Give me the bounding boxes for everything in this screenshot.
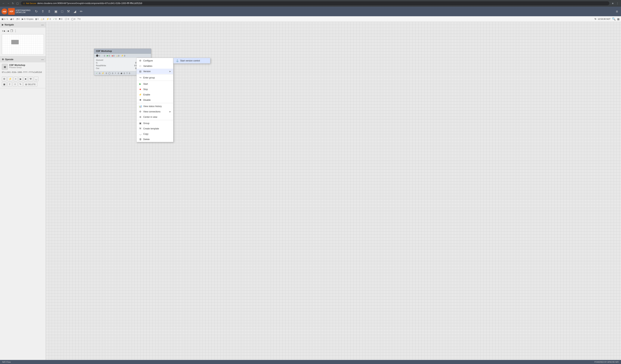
- io-icon: ▶: [22, 18, 23, 20]
- context-menu-copy[interactable]: ◡ Copy: [137, 131, 173, 137]
- stop-action-button[interactable]: ■: [24, 77, 28, 81]
- ok-check-icon: ✓: [96, 72, 98, 74]
- forward-button[interactable]: →: [6, 1, 10, 5]
- toolbar-btn-remote-group[interactable]: □: [60, 8, 65, 15]
- fit-button[interactable]: ❐: [10, 29, 13, 33]
- configure-action-button[interactable]: ⚙: [2, 77, 7, 81]
- context-menu-variables[interactable]: □ Variables: [137, 63, 173, 69]
- navigate-section: ▶ Navigate — +● -● ❐ ⋮: [0, 22, 46, 57]
- grid-button[interactable]: ▦: [617, 17, 620, 20]
- toolbar-btn-download[interactable]: ⇯: [46, 8, 52, 15]
- toolbar-btn-upload[interactable]: ⇮: [40, 8, 46, 15]
- address-bar[interactable]: ⚠ Not Secure demo.cloudera.com:9090/nifi…: [21, 1, 609, 5]
- submenu-start-version-control[interactable]: ⚓ Start version control: [173, 58, 210, 63]
- create-template-label: Create template: [143, 127, 159, 130]
- toolbar-btn-template[interactable]: ⚒: [66, 8, 71, 15]
- template-action-button[interactable]: ⚒: [28, 77, 33, 81]
- enable-label: Enable: [143, 94, 150, 96]
- pg-icon: ▣: [1, 18, 3, 20]
- context-menu-delete[interactable]: 🗑 Delete: [137, 137, 173, 142]
- group-action-button[interactable]: ▣: [2, 82, 7, 87]
- search-button[interactable]: 🔍: [612, 17, 616, 21]
- enable-action-button[interactable]: ⚡: [7, 77, 13, 81]
- context-menu-configure[interactable]: ⚙ Configure: [137, 58, 173, 63]
- in-label: In: [96, 62, 98, 64]
- operate-collapse-button[interactable]: —: [41, 58, 44, 61]
- disabled-icon: ⚡: [46, 18, 49, 20]
- operate-content: ▣ CDF Workshop Process Group 87ccc841-01…: [0, 63, 46, 76]
- upload-action-button[interactable]: ⇧: [7, 82, 12, 87]
- operate-item: ▣ CDF Workshop Process Group: [2, 64, 44, 70]
- delete-button[interactable]: 🗑 DELETE: [23, 82, 37, 87]
- pg-stat-stopped2: ■ 0: [112, 55, 114, 57]
- split-view-button[interactable]: ⋮: [14, 29, 17, 33]
- minimap-indicator: [11, 40, 19, 44]
- status-errors: ◯ 0: [71, 18, 75, 20]
- context-menu-center-in-view[interactable]: ⊕ Center in view: [137, 114, 173, 120]
- context-menu-view-connections[interactable]: ⚙ View connections ▶: [137, 109, 173, 114]
- context-menu-view-status-history[interactable]: 📊 View status history: [137, 104, 173, 109]
- status-modified: ✱ 0: [59, 18, 62, 20]
- back-button[interactable]: ←: [1, 1, 5, 5]
- center-icon: ⊕: [139, 116, 142, 118]
- modified-icon: ✱: [59, 18, 61, 20]
- download-action-button[interactable]: ⇩: [13, 82, 17, 87]
- zoom-in-button[interactable]: +●: [2, 29, 5, 33]
- version-control-icon: ⚓: [176, 59, 179, 62]
- copy-action-button[interactable]: ◡: [34, 77, 38, 81]
- pg-stat-warning: △ 0: [116, 54, 119, 57]
- toolbar-btn-funnel[interactable]: ◢: [72, 8, 78, 15]
- more-button[interactable]: ⋮: [616, 1, 620, 5]
- context-menu-enter-group[interactable]: ↪ Enter group: [137, 75, 173, 80]
- context-menu-version[interactable]: ▤ Version ▶: [137, 69, 173, 74]
- start-action-button[interactable]: ▶: [18, 77, 23, 81]
- context-menu-disable[interactable]: ✖ Disable: [137, 97, 173, 103]
- modified-bottom-icon: ⚬: [115, 72, 116, 74]
- lock-icon: ⚠: [23, 2, 25, 5]
- edit-action-button[interactable]: ✎: [18, 82, 23, 87]
- copy-label: Copy: [143, 133, 148, 135]
- operate-item-icon: ▣: [2, 64, 8, 70]
- version-item-left: ▤ Version: [139, 70, 151, 73]
- status-sync-failure: ? 0: [77, 18, 80, 20]
- toolbar-btn-refresh[interactable]: ↻: [34, 8, 39, 15]
- navigate-collapse-button[interactable]: —: [41, 23, 44, 26]
- disabled-bolt-icon: ⚡: [121, 54, 124, 57]
- context-menu-stop[interactable]: ■ Stop: [137, 87, 173, 92]
- app-toolbar: HW HDF HORTONWORKS DATAFLOW ↻ ⇮ ⇯ ▣ □ ⚒ …: [0, 7, 621, 16]
- footer: NiFi Flow POWERED BY APACHE NIFI: [0, 360, 621, 364]
- stale-bottom-icon: ◕: [121, 72, 122, 74]
- navigate-header: ▶ Navigate —: [0, 22, 46, 28]
- context-menu: ⚙ Configure □ Variables ▤ Version ▶ ↪ En…: [137, 58, 173, 142]
- disable-action-button[interactable]: ×: [14, 77, 18, 81]
- operate-item-type: Process Group: [9, 66, 44, 68]
- reload-button[interactable]: ↻: [11, 1, 15, 5]
- hamburger-menu-button[interactable]: ≡: [614, 9, 620, 14]
- toolbar-btn-process-group[interactable]: ▣: [53, 8, 59, 15]
- enter-group-label: Enter group: [143, 76, 155, 79]
- connections-item-left: ⚙ View connections: [139, 110, 160, 113]
- bookmark-button[interactable]: ★: [611, 1, 615, 5]
- enable-icon: ⚡: [139, 93, 142, 96]
- browser-nav-buttons: ← → ↻ ▢: [1, 1, 19, 5]
- hdf-badge: HDF: [8, 8, 15, 15]
- status-not-transmitting: ◔ 0: [16, 18, 20, 20]
- toolbar-btn-label[interactable]: ✏: [78, 8, 84, 15]
- context-menu-enable[interactable]: ⚡ Enable: [137, 92, 173, 97]
- footer-label: NiFi Flow: [2, 361, 11, 363]
- canvas-area[interactable]: CDF Workshop ⚫ 0 ⚬ 0 ▶ 0 ■ 0: [46, 22, 621, 360]
- enter-group-icon: ↪: [139, 76, 142, 79]
- context-menu-group[interactable]: ▣ Group: [137, 121, 173, 126]
- operate-header-left: ⚙ Operate: [2, 58, 13, 61]
- zoom-out-button[interactable]: -●: [6, 29, 9, 33]
- rw-label: Read/Write: [96, 64, 106, 67]
- svg-text:HW: HW: [3, 11, 6, 13]
- context-menu-start[interactable]: ▶ Start: [137, 81, 173, 87]
- home-button[interactable]: ▢: [16, 1, 19, 5]
- operate-item-info: CDF Workshop Process Group: [9, 64, 44, 68]
- queued-label: Queued: [96, 59, 103, 61]
- navigate-minimap: [2, 34, 44, 54]
- stopped-circle-icon: ⚫: [96, 54, 99, 57]
- operate-header: ⚙ Operate —: [0, 57, 46, 63]
- context-menu-create-template[interactable]: ⚒ Create template: [137, 126, 173, 131]
